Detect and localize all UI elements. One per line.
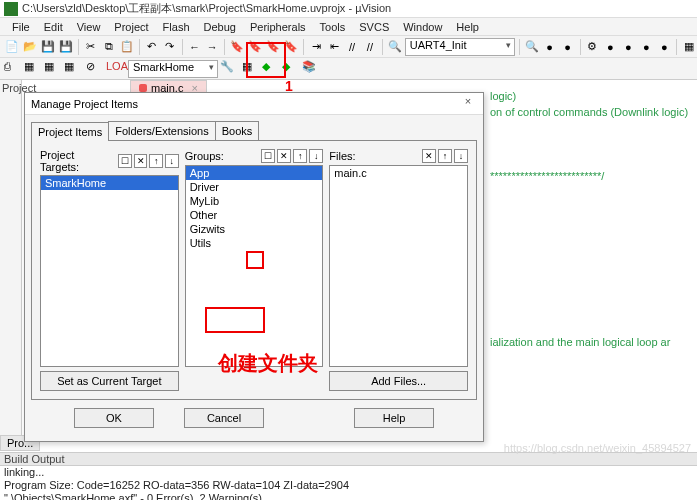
menu-window[interactable]: Window <box>397 19 448 35</box>
nav-back-icon[interactable]: ← <box>186 38 202 56</box>
rebuild-icon[interactable]: ▦ <box>44 60 62 78</box>
copy-icon[interactable]: ⧉ <box>101 38 117 56</box>
build-line: Program Size: Code=16252 RO-data=356 RW-… <box>4 479 697 492</box>
cut-icon[interactable]: ✂ <box>83 38 99 56</box>
bookmark-icon[interactable]: 🔖 <box>229 38 245 56</box>
menu-project[interactable]: Project <box>108 19 154 35</box>
group-item[interactable]: Utils <box>186 236 323 250</box>
group-item[interactable]: App <box>186 166 323 180</box>
bookmark-next-icon[interactable]: 🔖 <box>265 38 281 56</box>
insert-icon[interactable]: ● <box>560 38 576 56</box>
dialog-titlebar: Manage Project Items × <box>25 93 483 115</box>
menu-svcs[interactable]: SVCS <box>353 19 395 35</box>
editor-background: logic) on of control commands (Downlink … <box>490 88 697 350</box>
tab-project-items[interactable]: Project Items <box>31 122 109 141</box>
build-line: linking... <box>4 466 697 479</box>
set-current-target-button[interactable]: Set as Current Target <box>40 371 179 391</box>
batch-icon[interactable]: ▦ <box>64 60 82 78</box>
tab-books[interactable]: Books <box>215 121 260 140</box>
window-icon[interactable]: ▦ <box>681 38 697 56</box>
stop-icon[interactable]: ⊘ <box>86 60 104 78</box>
tool4-icon[interactable]: ● <box>656 38 672 56</box>
find-combo[interactable]: UART4_Init <box>405 38 515 56</box>
ok-button[interactable]: OK <box>74 408 154 428</box>
redo-icon[interactable]: ↷ <box>162 38 178 56</box>
groups-listbox[interactable]: App Driver MyLib Other Gizwits Utils <box>185 165 324 367</box>
books-icon[interactable]: 📚 <box>302 60 320 78</box>
moveup-icon[interactable]: ↑ <box>438 149 452 163</box>
breakpoint-icon[interactable]: ● <box>542 38 558 56</box>
cancel-button[interactable]: Cancel <box>184 408 264 428</box>
groups-label: Groups: <box>185 150 224 162</box>
menu-peripherals[interactable]: Peripherals <box>244 19 312 35</box>
menu-debug[interactable]: Debug <box>198 19 242 35</box>
saveall-icon[interactable]: 💾 <box>58 38 74 56</box>
target-combo[interactable]: SmarkHome <box>128 60 218 78</box>
menu-view[interactable]: View <box>71 19 107 35</box>
undo-icon[interactable]: ↶ <box>144 38 160 56</box>
options-icon[interactable]: 🔧 <box>220 60 238 78</box>
group-item[interactable]: Driver <box>186 180 323 194</box>
download-icon[interactable]: LOAD <box>106 60 124 78</box>
outdent-icon[interactable]: ⇤ <box>326 38 342 56</box>
translate-icon[interactable]: ⎙ <box>4 60 22 78</box>
close-icon[interactable]: × <box>459 95 477 113</box>
comment-icon[interactable]: // <box>344 38 360 56</box>
tab-folders-extensions[interactable]: Folders/Extensions <box>108 121 216 140</box>
files-label: Files: <box>329 150 355 162</box>
new-icon[interactable]: 📄 <box>4 38 20 56</box>
pack-icon[interactable]: ◆ <box>282 60 300 78</box>
save-icon[interactable]: 💾 <box>40 38 56 56</box>
new-group-icon[interactable]: ☐ <box>261 149 275 163</box>
menu-edit[interactable]: Edit <box>38 19 69 35</box>
delete-target-icon[interactable]: ✕ <box>134 154 148 168</box>
manage-items-icon[interactable]: ▦ <box>242 60 260 78</box>
menu-help[interactable]: Help <box>450 19 485 35</box>
build-line: ".\Objects\SmarkHome.axf" - 0 Error(s), … <box>4 492 697 500</box>
bookmark-prev-icon[interactable]: 🔖 <box>247 38 263 56</box>
movedown-icon[interactable]: ↓ <box>165 154 179 168</box>
manage-rte-icon[interactable]: ◆ <box>262 60 280 78</box>
dialog-title: Manage Project Items <box>31 98 138 110</box>
group-item[interactable]: Other <box>186 208 323 222</box>
group-item[interactable]: Gizwits <box>186 222 323 236</box>
open-icon[interactable]: 📂 <box>22 38 38 56</box>
file-item[interactable]: main.c <box>330 166 467 180</box>
debug-icon[interactable]: 🔍 <box>524 38 540 56</box>
tool2-icon[interactable]: ● <box>620 38 636 56</box>
find-icon[interactable]: 🔍 <box>387 38 403 56</box>
project-panel: Project <box>0 80 22 440</box>
new-target-icon[interactable]: ☐ <box>118 154 132 168</box>
help-button[interactable]: Help <box>354 408 434 428</box>
nav-fwd-icon[interactable]: → <box>204 38 220 56</box>
target-item[interactable]: SmarkHome <box>41 176 178 190</box>
delete-group-icon[interactable]: ✕ <box>277 149 291 163</box>
code-line: on of control commands (Downlink logic) <box>490 104 697 120</box>
config-icon[interactable]: ⚙ <box>584 38 600 56</box>
movedown-icon[interactable]: ↓ <box>309 149 323 163</box>
menu-flash[interactable]: Flash <box>157 19 196 35</box>
movedown-icon[interactable]: ↓ <box>454 149 468 163</box>
tool3-icon[interactable]: ● <box>638 38 654 56</box>
annotation-label-1: 1 <box>285 78 293 94</box>
menu-file[interactable]: File <box>6 19 36 35</box>
menu-tools[interactable]: Tools <box>314 19 352 35</box>
paste-icon[interactable]: 📋 <box>119 38 135 56</box>
uncomment-icon[interactable]: // <box>362 38 378 56</box>
code-line: logic) <box>490 88 697 104</box>
indent-icon[interactable]: ⇥ <box>308 38 324 56</box>
menubar: File Edit View Project Flash Debug Perip… <box>0 18 697 36</box>
project-panel-label: Project <box>0 80 21 96</box>
moveup-icon[interactable]: ↑ <box>293 149 307 163</box>
add-files-button[interactable]: Add Files... <box>329 371 468 391</box>
files-listbox[interactable]: main.c <box>329 165 468 367</box>
bookmark-clear-icon[interactable]: 🔖 <box>283 38 299 56</box>
manage-project-items-dialog: Manage Project Items × Project Items Fol… <box>24 92 484 442</box>
toolbar-build: ⎙ ▦ ▦ ▦ ⊘ LOAD SmarkHome 🔧 ▦ ◆ ◆ 📚 <box>0 58 697 80</box>
delete-file-icon[interactable]: ✕ <box>422 149 436 163</box>
group-item[interactable]: MyLib <box>186 194 323 208</box>
tool1-icon[interactable]: ● <box>602 38 618 56</box>
moveup-icon[interactable]: ↑ <box>149 154 163 168</box>
targets-listbox[interactable]: SmarkHome <box>40 175 179 367</box>
build-icon[interactable]: ▦ <box>24 60 42 78</box>
